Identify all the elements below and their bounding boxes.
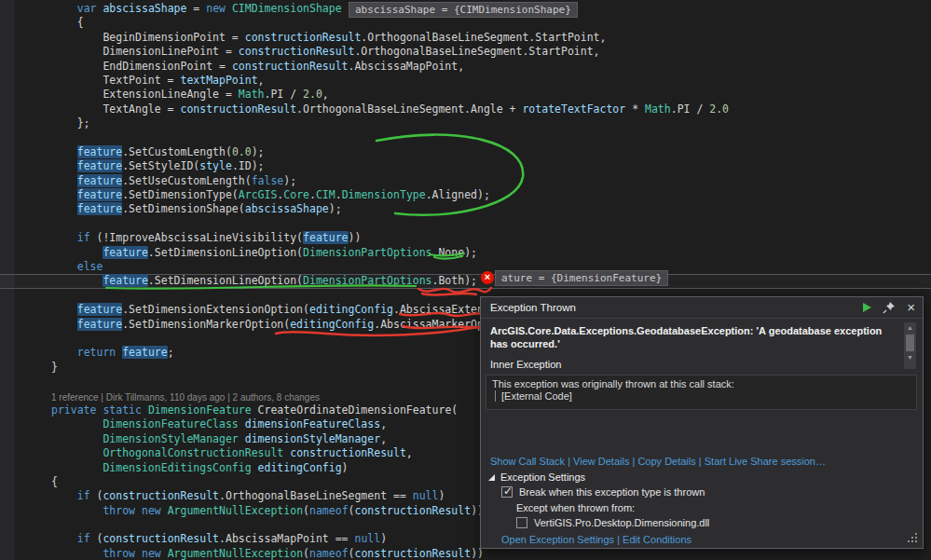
code-token: { [51,475,58,488]
code-token: , [258,74,265,87]
code-line[interactable]: if (!ImproveAbscissaLineVisibility(featu… [51,231,931,245]
code-token [51,489,77,502]
code-token [51,260,77,273]
module-checkbox-label: VertiGIS.Pro.Desktop.Dimensioning.dll [534,517,709,528]
code-line[interactable]: TextAngle = constructionResult.Orthogona… [51,102,931,116]
code-line[interactable]: EndDimensionPoint = constructionResult.A… [51,60,931,74]
code-line[interactable] [51,217,931,231]
code-line[interactable]: TextPoint = textMapPoint, [51,74,931,88]
code-token: if [77,532,90,545]
code-token: DimensionType [342,188,426,201]
code-token: nameof [309,547,349,560]
code-token: , [380,432,387,445]
link-separator: | [614,534,623,545]
code-token: .OrthogonalBaseLineSegment == [219,489,413,502]
scroll-up-icon[interactable]: ▲ [904,322,916,334]
code-token: ( [303,504,309,517]
scroll-down-icon[interactable]: ▼ [904,352,916,363]
break-checkbox-row[interactable]: Break when this exception type is thrown [501,486,705,498]
code-token: 0.0 [232,145,252,158]
code-line[interactable]: feature.SetDimensionShape(abscissaShape)… [51,202,931,216]
code-editor-window: var abscissaShape = new CIMDimensionShap… [0,0,931,560]
datatip-feature[interactable]: ature = {DimensionFeature} [495,270,668,286]
code-token: editingConfig [309,303,393,316]
code-token: null [413,489,439,502]
exception-settings-label: Exception Settings [500,471,585,483]
code-token [51,318,77,331]
code-token: 2.0 [709,102,729,116]
code-token: .AbscissaMapPoint, [349,60,465,73]
code-token: .AbscissaMapPoint == [219,532,354,545]
code-token: . [335,188,342,201]
code-token: .SetDimensionExtensionOption( [122,303,309,316]
code-line[interactable]: feature.SetStyleID(style.ID); [51,159,931,173]
code-token [161,547,168,560]
code-token: new [142,547,161,560]
code-line[interactable]: feature.SetDimensionType(ArcGIS.Core.CIM… [51,188,931,202]
datatip-abscissa-shape[interactable]: abscissaShape = {CIMDimensionShape} [349,2,578,18]
code-token: (!ImproveAbscissaLineVisibility( [90,231,303,244]
callstack-item[interactable]: [External Code] [495,390,910,402]
code-line[interactable] [51,131,931,145]
continue-icon[interactable] [863,303,871,312]
code-token: textMapPoint [180,74,257,87]
code-token [135,547,142,560]
code-token: throw [103,547,135,560]
link-copy-details[interactable]: Copy Details [637,456,695,467]
code-token: ; [168,346,174,359]
code-token: dimensionFeatureClass [245,417,380,430]
break-checkbox[interactable] [501,486,513,498]
exception-message: ArcGIS.Core.Data.Exceptions.GeodatabaseE… [490,324,889,350]
code-line[interactable]: DimensionLinePoint = constructionResult.… [51,45,931,59]
module-checkbox[interactable] [516,517,527,528]
code-token: null [354,532,380,545]
code-token: TextAngle = [51,102,180,116]
code-line[interactable]: }; [51,116,931,130]
code-token: DimensionPartOptions [303,274,431,287]
code-token: ArcGIS [239,188,278,201]
code-token: constructionResult [239,45,355,58]
code-token: feature [77,188,122,201]
code-token: .PI / [265,88,304,101]
code-token: ); [283,174,296,187]
resize-grip-icon[interactable] [907,532,918,543]
code-token: Math [645,102,671,116]
code-token: feature [77,318,122,331]
code-token: EndDimensionPoint = [51,60,232,73]
code-token [161,504,168,517]
code-token: Math [239,88,265,101]
code-token [51,2,77,15]
code-token [252,461,258,474]
code-token: .Both); [432,274,477,287]
code-token [51,145,77,158]
link-view-details[interactable]: View Details [573,456,629,467]
code-token: .Aligned); [426,188,490,201]
code-line[interactable]: feature.SetDimensionLineOption(Dimension… [51,246,931,260]
link-open-exception-settings[interactable]: Open Exception Settings [501,534,614,545]
close-icon[interactable]: × [907,301,915,314]
dialog-links: Show Call Stack | View Details | Copy De… [490,456,826,467]
code-token: feature [77,174,122,187]
exception-settings-header[interactable]: Exception Settings [488,471,585,483]
module-checkbox-row[interactable]: VertiGIS.Pro.Desktop.Dimensioning.dll [516,517,709,528]
code-token [51,231,77,244]
code-token [51,547,103,560]
scrollbar-thumb[interactable] [906,335,914,351]
code-token: = [186,2,206,15]
code-token: .SetCustomLength( [122,145,232,158]
code-token: ); [252,145,265,158]
code-line[interactable]: feature.SetCustomLength(0.0); [51,145,931,159]
code-token [51,274,103,287]
link-start-live-share-session[interactable]: Start Live Share session… [705,456,826,467]
link-show-call-stack[interactable]: Show Call Stack [490,456,565,467]
link-edit-conditions[interactable]: Edit Conditions [623,534,691,545]
code-line[interactable]: ExtensionLineAngle = Math.PI / 2.0, [51,88,931,102]
message-scrollbar[interactable]: ▲ ▼ [904,322,916,369]
code-line[interactable]: feature.SetUseCustomLength(false); [51,174,931,188]
pin-icon[interactable] [883,301,896,314]
exception-icon[interactable]: × [481,271,494,284]
code-line[interactable]: BeginDimensionPoint = constructionResult… [51,31,931,45]
code-line[interactable]: { [51,16,931,30]
expander-icon[interactable] [488,474,495,481]
code-token: ( [349,504,355,517]
